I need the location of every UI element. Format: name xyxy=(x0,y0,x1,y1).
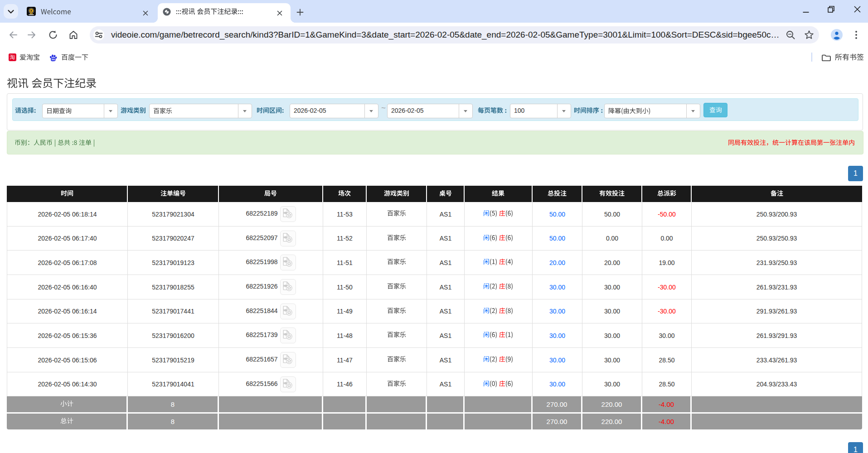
svg-text:du: du xyxy=(52,58,55,61)
